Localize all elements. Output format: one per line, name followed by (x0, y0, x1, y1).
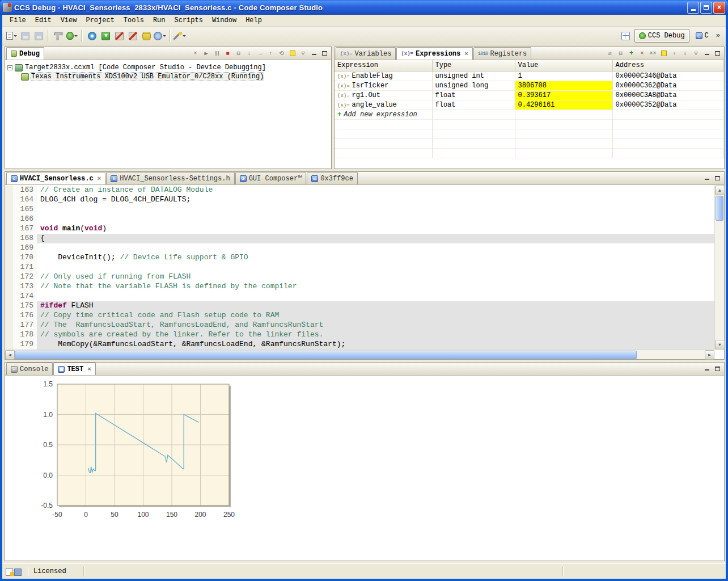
titlebar[interactable]: CCS Debug - HVACI_Sensorless_2833x/HVACI… (0, 0, 728, 15)
tab-console[interactable]: ≡ Console (6, 363, 53, 375)
breakpoint-gutter[interactable] (5, 311, 13, 321)
debug-tree-session[interactable]: Target2833x.ccxml [Code Composer Studio … (7, 63, 329, 72)
debug-maximize-button[interactable] (320, 49, 329, 58)
step-into-button[interactable]: ↓ (244, 49, 254, 58)
scroll-right-arrow[interactable]: ▶ (705, 350, 714, 360)
tab-debug[interactable]: Debug (6, 47, 44, 60)
restart-button[interactable]: ⟲ (277, 49, 286, 58)
breakpoint-gutter[interactable] (5, 301, 13, 311)
debug-minimize-button[interactable] (309, 49, 319, 58)
statusbar-edit-icon[interactable] (6, 568, 12, 576)
expressions-minimize-button[interactable] (702, 49, 712, 58)
scroll-down-arrow[interactable]: ▼ (715, 340, 725, 350)
column-type[interactable]: Type (432, 60, 515, 71)
show-type-names-button[interactable]: ⇄ (605, 49, 615, 58)
breakpoint-gutter[interactable] (5, 263, 13, 272)
breakpoint-gutter[interactable] (5, 330, 13, 340)
menu-project[interactable]: Project (82, 15, 118, 26)
column-expression[interactable]: Expression (335, 60, 432, 71)
breakpoint-gutter[interactable] (5, 253, 13, 263)
menu-view[interactable]: View (57, 15, 81, 26)
menu-file[interactable]: File (6, 15, 30, 26)
debug-tree[interactable]: Target2833x.ccxml [Code Composer Studio … (5, 60, 331, 84)
halt-disabled-button[interactable] (112, 29, 126, 43)
editor-vertical-scrollbar[interactable]: ▲ ▼ (714, 186, 724, 350)
close-editor-tab-icon[interactable]: × (98, 175, 101, 182)
export-expressions-button[interactable]: ⇩ (680, 49, 690, 58)
value-cell[interactable]: 0.393617 (515, 90, 612, 100)
editor-minimize-button[interactable] (702, 174, 712, 183)
add-expression-button[interactable]: + (627, 49, 636, 58)
close-expressions-tab-icon[interactable]: × (464, 50, 468, 57)
breakpoint-gutter[interactable] (5, 340, 13, 350)
highlight-changed-values-button[interactable] (659, 49, 668, 58)
tab-0x3ff9ce[interactable]: 01 0x3ff9ce (307, 172, 358, 184)
tab-registers[interactable]: 1010 Registers (473, 47, 531, 60)
resume-button[interactable]: ▶ (201, 49, 211, 58)
expressions-view-menu-button[interactable]: ▽ (691, 49, 701, 58)
menu-window[interactable]: Window (208, 15, 240, 26)
menu-tools[interactable]: Tools (120, 15, 148, 26)
breakpoint-gutter[interactable] (5, 321, 13, 330)
menu-scripts[interactable]: Scripts (170, 15, 206, 26)
tab-hvaci-sensorless-settings-h[interactable]: h HVACI_Sensorless-Settings.h (106, 172, 234, 184)
collapse-icon[interactable] (7, 65, 12, 70)
tab-gui-composer[interactable]: G GUI Composer™ (235, 172, 307, 184)
breakpoint-gutter[interactable] (5, 243, 13, 253)
expression-row[interactable]: (x)=angle_valuefloat0.42961610x0000C352@… (335, 100, 724, 110)
breakpoint-gutter[interactable] (5, 205, 13, 214)
reset-disabled-button[interactable] (126, 29, 139, 43)
add-expression-row[interactable]: +Add new expression (335, 110, 724, 119)
suspend-button[interactable] (212, 49, 222, 58)
breakpoint-gutter[interactable] (5, 195, 13, 205)
debug-button[interactable] (65, 29, 79, 43)
breakpoint-gutter[interactable] (5, 224, 13, 234)
menu-help[interactable]: Help (242, 15, 266, 26)
close-test-tab-icon[interactable]: × (87, 366, 91, 373)
value-cell[interactable]: 3806708 (515, 81, 612, 90)
perspective-overflow-chevron[interactable]: » (715, 32, 721, 40)
tab-hvaci-sensorless-c[interactable]: c HVACI_Sensorless.c × (6, 172, 105, 184)
build-button[interactable] (52, 29, 65, 43)
flash-wizard-button[interactable] (173, 29, 187, 43)
console-minimize-button[interactable] (702, 364, 712, 373)
debug-view-menu-button[interactable]: ▽ (298, 49, 308, 58)
tab-test[interactable]: ▦ TEST × (53, 363, 95, 375)
terminate-button[interactable]: ■ (223, 49, 232, 58)
breakpoint-gutter[interactable] (5, 214, 13, 224)
expression-row[interactable]: (x)=IsrTickerunsigned long38067080x0000C… (335, 81, 724, 90)
debug-tree-core[interactable]: Texas Instruments XDS100v2 USB Emulator_… (7, 72, 329, 81)
import-expressions-button[interactable]: ⇪ (670, 49, 679, 58)
breakpoint-gutter[interactable] (5, 272, 13, 282)
minimize-window-button[interactable] (687, 2, 699, 14)
menu-edit[interactable]: Edit (31, 15, 56, 26)
tab-expressions[interactable]: (x)= Expressions × (396, 47, 472, 60)
new-file-button[interactable] (5, 29, 18, 43)
expression-row[interactable]: (x)=EnableFlagunsigned int10x0000C346@Da… (335, 71, 724, 81)
expressions-maximize-button[interactable] (713, 49, 722, 58)
breakpoint-gutter[interactable] (5, 292, 13, 301)
refresh-targets-button[interactable] (287, 49, 297, 58)
breakpoint-gutter[interactable] (5, 186, 13, 195)
expressions-table[interactable]: Expression Type Value Address (x)=Enable… (335, 60, 724, 158)
editor-horizontal-scrollbar[interactable]: ◀ ▶ (5, 350, 714, 359)
scroll-up-arrow[interactable]: ▲ (715, 186, 725, 195)
column-value[interactable]: Value (515, 60, 612, 71)
vertical-scroll-thumb[interactable] (716, 196, 723, 221)
remove-all-expressions-button[interactable]: ×× (648, 49, 658, 58)
menu-run[interactable]: Run (149, 15, 170, 26)
memory-browser-button[interactable] (139, 29, 153, 43)
remove-all-terminated-button[interactable]: × (191, 49, 200, 58)
save-button[interactable] (18, 29, 32, 43)
open-perspective-button[interactable] (619, 29, 633, 43)
code-editor[interactable]: 163// Create an instance of DATALOG Modu… (5, 186, 714, 350)
editor-maximize-button[interactable] (713, 174, 722, 183)
console-maximize-button[interactable] (713, 364, 722, 373)
collapse-all-button[interactable]: ⊟ (616, 49, 625, 58)
expression-row[interactable]: (x)=rg1.Outfloat0.3936170x0000C3A8@Data (335, 90, 724, 100)
column-address[interactable]: Address (612, 60, 724, 71)
perspective-ccs-debug[interactable]: CCS Debug (634, 29, 689, 43)
disconnect-button[interactable]: ⊟ (234, 49, 243, 58)
breakpoint-gutter[interactable] (5, 234, 13, 243)
step-return-button[interactable]: ↑ (266, 49, 276, 58)
